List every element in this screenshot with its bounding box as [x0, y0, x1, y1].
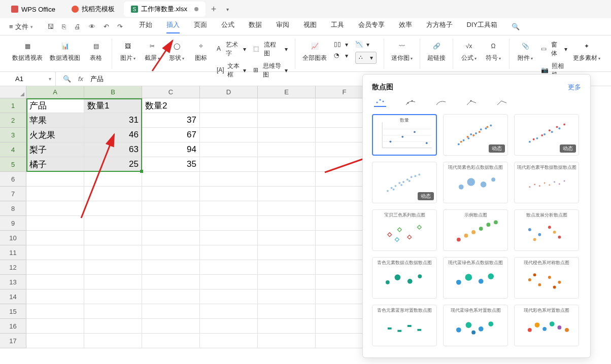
cell[interactable] — [26, 172, 84, 187]
cell[interactable] — [84, 172, 142, 187]
chart-thumbnail[interactable]: 动态 — [372, 162, 437, 203]
cell[interactable] — [200, 334, 258, 348]
row-header[interactable]: 2 — [0, 113, 26, 128]
tab-member[interactable]: 会员专享 — [358, 20, 385, 33]
chart-thumbnail[interactable]: 宝贝三色系列散点图 — [372, 209, 437, 251]
col-header[interactable]: C — [142, 86, 200, 98]
cell[interactable] — [84, 201, 142, 216]
cell[interactable] — [142, 201, 200, 216]
tab-tools[interactable]: 工具 — [331, 20, 344, 33]
cell[interactable] — [258, 216, 316, 231]
cell[interactable] — [258, 201, 316, 216]
cell[interactable] — [200, 245, 258, 260]
cell[interactable] — [26, 201, 84, 216]
save-icon[interactable]: 🖫 — [47, 23, 54, 30]
row-header[interactable]: 6 — [0, 172, 26, 187]
cell[interactable] — [84, 245, 142, 260]
chart-thumbnail[interactable]: 现代蓝绿色系点数据散点图 — [443, 257, 508, 299]
cell[interactable]: 数量2 — [142, 98, 200, 113]
cell[interactable] — [26, 334, 84, 348]
bar-chart-dropdown[interactable]: ▯▯▾ — [334, 41, 348, 49]
cell[interactable] — [258, 245, 316, 260]
col-header[interactable]: D — [200, 86, 258, 98]
cell[interactable] — [84, 289, 142, 304]
cell[interactable] — [258, 113, 316, 128]
tab-formula[interactable]: 公式 — [221, 20, 234, 33]
tab-wps[interactable]: WPS Office — [4, 3, 62, 16]
scatter-type-icon[interactable] — [374, 98, 386, 107]
scatter-smooth-type-icon[interactable] — [404, 98, 417, 107]
row-header[interactable]: 8 — [0, 201, 26, 216]
cell[interactable] — [84, 187, 142, 201]
cell[interactable] — [142, 289, 200, 304]
cell[interactable]: 46 — [84, 128, 142, 142]
cell[interactable]: 产品 — [26, 98, 84, 113]
cell[interactable] — [84, 334, 142, 348]
cell[interactable] — [142, 187, 200, 201]
cell[interactable] — [26, 187, 84, 201]
window-button[interactable]: ▭窗体▾ — [541, 41, 567, 58]
chart-thumbnail[interactable]: 散点发展分析散点图 — [514, 209, 579, 251]
cell[interactable] — [26, 304, 84, 319]
preview-icon[interactable]: 👁 — [89, 23, 95, 30]
row-header[interactable]: 17 — [0, 334, 26, 348]
cell[interactable]: 梨子 — [26, 142, 84, 157]
chart-thumbnail[interactable]: 动态 — [514, 114, 579, 156]
line-chart-dropdown[interactable]: 📉▾ — [355, 41, 377, 49]
hyperlink-button[interactable]: 🔗超链接 — [427, 39, 446, 62]
row-header[interactable]: 5 — [0, 157, 26, 172]
cell[interactable] — [200, 275, 258, 289]
cell[interactable]: 35 — [142, 157, 200, 172]
redo-icon[interactable]: ↷ — [117, 23, 123, 30]
popup-more-link[interactable]: 更多 — [568, 83, 581, 92]
cell[interactable] — [142, 216, 200, 231]
cell[interactable] — [200, 304, 258, 319]
cell[interactable] — [200, 201, 258, 216]
cell[interactable] — [258, 142, 316, 157]
print-icon[interactable]: 🖨 — [74, 23, 81, 30]
cell[interactable] — [26, 216, 84, 231]
row-header[interactable]: 1 — [0, 98, 26, 113]
cell[interactable] — [258, 334, 316, 348]
chart-thumbnail[interactable]: 现代简素色彩点数据散点图 — [443, 162, 508, 203]
cell[interactable] — [84, 275, 142, 289]
cell[interactable] — [200, 172, 258, 187]
cell[interactable]: 94 — [142, 142, 200, 157]
cell[interactable] — [26, 260, 84, 275]
cell[interactable]: 数量1 — [84, 98, 142, 113]
cell[interactable] — [200, 98, 258, 113]
col-header[interactable]: E — [258, 86, 316, 98]
scatter-line-type-icon[interactable] — [435, 98, 447, 107]
cell[interactable] — [26, 231, 84, 245]
cell[interactable]: 37 — [142, 113, 200, 128]
row-header[interactable]: 9 — [0, 216, 26, 231]
cell[interactable]: 苹果 — [26, 113, 84, 128]
scatter-chart-dropdown[interactable]: ∴▾ — [355, 52, 377, 64]
picture-button[interactable]: 🖼图片▾ — [119, 39, 137, 62]
row-header[interactable]: 13 — [0, 275, 26, 289]
search-icon[interactable]: 🔍 — [512, 23, 520, 30]
cell[interactable] — [258, 187, 316, 201]
pivot-table-button[interactable]: ▦数据透视表 — [12, 39, 43, 62]
chart-thumbnail[interactable]: 青色元素蓝形对置数散点图 — [372, 305, 437, 346]
cell[interactable] — [26, 275, 84, 289]
cell[interactable] — [258, 289, 316, 304]
cell[interactable] — [258, 128, 316, 142]
cell[interactable] — [200, 231, 258, 245]
cell[interactable] — [142, 231, 200, 245]
cell[interactable] — [84, 216, 142, 231]
cell[interactable] — [142, 334, 200, 348]
chart-thumbnail[interactable]: 现代蓝绿色系对置散点图 — [443, 305, 508, 346]
chart-thumbnail[interactable]: 青色元素数据点数据散点图 — [372, 257, 437, 299]
chart-thumbnail[interactable]: 动态 — [443, 114, 508, 156]
sparkline-button[interactable]: 〰迷你图▾ — [391, 39, 413, 62]
formula-button[interactable]: √x公式▾ — [460, 39, 478, 62]
row-header[interactable]: 12 — [0, 260, 26, 275]
cell[interactable]: 31 — [84, 113, 142, 128]
cell[interactable] — [258, 275, 316, 289]
tab-review[interactable]: 审阅 — [276, 20, 289, 33]
formula-content[interactable]: 产品 — [90, 75, 104, 84]
tab-template[interactable]: 找稻壳模板 — [64, 2, 122, 17]
col-header[interactable]: B — [84, 86, 142, 98]
tab-view[interactable]: 视图 — [303, 20, 317, 33]
